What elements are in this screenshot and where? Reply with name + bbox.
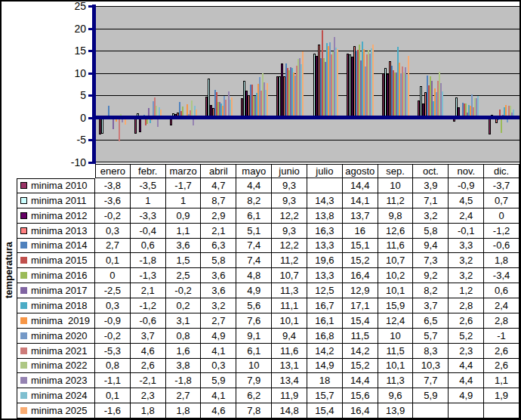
table-cell: -2,1	[131, 373, 166, 388]
table-cell: 1,5	[166, 253, 202, 268]
table-cell: 14,9	[307, 359, 343, 374]
table-cell: 16,4	[343, 403, 378, 418]
table-cell: 11,2	[272, 253, 307, 268]
table-cell: 7,7	[413, 373, 449, 388]
month-cluster-sep	[378, 6, 414, 162]
table-cell: 16,8	[307, 329, 343, 344]
table-cell: 1,8	[131, 403, 166, 418]
legend-color-swatch	[20, 287, 27, 294]
table-cell: 12,6	[378, 224, 414, 239]
month-header: oct.	[413, 164, 449, 178]
table-cell: -2,5	[95, 283, 131, 298]
table-cell: 12,4	[378, 313, 414, 329]
table-cell: 0,9	[166, 208, 202, 224]
table-cell: 1,6	[166, 344, 202, 359]
bar	[442, 91, 443, 118]
bar	[101, 118, 103, 134]
legend-color-swatch	[20, 197, 27, 204]
month-cluster-nov	[449, 6, 484, 162]
table-cell: 10,7	[272, 268, 307, 283]
table-cell: -1,8	[131, 253, 166, 268]
table-cell: 16,3	[307, 224, 343, 239]
bar-slot	[443, 6, 445, 162]
series-legend-label: minima 2014	[17, 239, 95, 254]
month-header: dic.	[484, 164, 519, 178]
table-cell: 0,7	[484, 193, 519, 208]
table-cell: 3,6	[166, 239, 202, 254]
table-cell: 15,2	[343, 253, 378, 268]
bar-slot	[302, 6, 304, 162]
y-tick-label: 10	[74, 67, 86, 79]
table-cell: 6,1	[236, 344, 272, 359]
table-cell: 9,1	[236, 329, 272, 344]
table-cell: -0,4	[131, 224, 166, 239]
month-header: enero	[95, 164, 131, 178]
table-cell: -0,9	[95, 313, 131, 329]
table-cell: 15,4	[343, 313, 378, 329]
table-cell: 16	[343, 224, 378, 239]
bar-slot	[231, 6, 233, 162]
bar	[267, 83, 268, 118]
bar	[302, 51, 304, 118]
series-name: minima 2018	[31, 300, 87, 311]
legend-color-swatch	[20, 182, 27, 189]
table-cell: 1,8	[166, 403, 202, 418]
series-legend-label: minima 2018	[17, 298, 95, 313]
table-cell: 3,2	[449, 253, 484, 268]
plot-area	[95, 6, 519, 162]
table-cell: 2,6	[131, 359, 166, 374]
series-name: minima 2011	[31, 195, 86, 206]
table-cell: 18	[307, 373, 343, 388]
table-cell: 0,2	[166, 298, 202, 313]
series-legend-label: minima 2015	[17, 253, 95, 268]
table-cell: 2,6	[484, 359, 519, 374]
table-cell: 0	[95, 268, 131, 283]
table-cell: -3,3	[131, 208, 166, 224]
legend-color-swatch	[20, 227, 27, 234]
table-cell: 9,4	[272, 329, 307, 344]
month-header: marzo	[166, 164, 202, 178]
series-legend-label: minima 2023	[17, 373, 95, 388]
y-tick-label: 0	[80, 112, 86, 124]
table-cell: 1	[166, 193, 202, 208]
bar	[225, 100, 227, 118]
table-cell: 3,3	[449, 239, 484, 254]
table-cell: 15,2	[343, 359, 378, 374]
month-cluster-febr	[131, 6, 166, 162]
table-cell: 6,5	[413, 313, 449, 329]
table-cell: 4,7	[201, 178, 236, 193]
month-cluster-abril	[201, 6, 236, 162]
table-cell: 9,4	[413, 239, 449, 254]
table-cell: 15,6	[343, 388, 378, 403]
bar	[477, 96, 479, 118]
series-name: minima 2025	[31, 405, 87, 416]
series-name: minima 2015	[31, 255, 87, 266]
table-cell: 2,1	[201, 224, 236, 239]
bar-slot	[267, 6, 268, 162]
table-cell: 13,3	[307, 268, 343, 283]
series-legend-label: minima 2016	[17, 268, 95, 283]
table-cell: 7,6	[236, 313, 272, 329]
table-cell: 5,9	[201, 373, 236, 388]
series-name: minima 2021	[31, 345, 87, 357]
table-cell: 15,9	[378, 298, 414, 313]
month-cluster-oct	[413, 6, 449, 162]
table-cell: 10	[236, 359, 272, 374]
table-cell: 2,6	[449, 313, 484, 329]
bar	[372, 45, 374, 118]
table-cell: -0,1	[449, 224, 484, 239]
y-axis-labels: 2520151050-5-10	[2, 6, 86, 162]
series-name: minima 2023	[31, 375, 87, 386]
y-axis-tick	[88, 94, 93, 97]
table-cell: 10,2	[378, 268, 414, 283]
table-cell: 9,3	[272, 178, 307, 193]
y-axis-tick	[88, 28, 93, 30]
table-cell: 11,6	[378, 239, 414, 254]
table-cell: 12,9	[343, 283, 378, 298]
legend-color-swatch	[20, 212, 27, 219]
table-cell: -3,4	[484, 268, 519, 283]
legend-color-swatch	[20, 407, 27, 414]
table-cell: 1,1	[484, 373, 519, 388]
table-cell: 2,1	[131, 283, 166, 298]
table-cell: 3,8	[166, 359, 202, 374]
